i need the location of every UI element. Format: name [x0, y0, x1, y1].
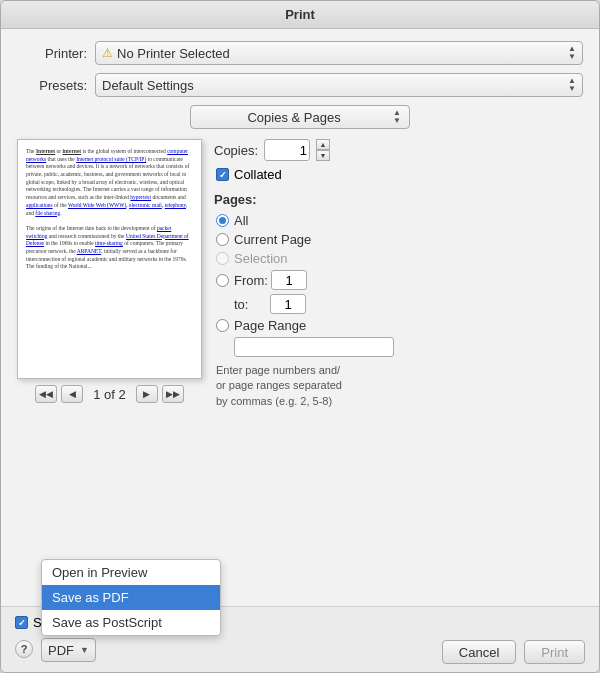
controls-panel: Copies: ▲ ▼ Collated Pages:	[214, 139, 583, 600]
pdf-button[interactable]: PDF ▼	[41, 638, 96, 662]
presets-select[interactable]: Default Settings ▲▼	[95, 73, 583, 97]
section-select-row: Copies & Pages ▲▼	[17, 105, 583, 129]
nav-prev-button[interactable]: ◀	[61, 385, 83, 403]
pdf-container: Open in Preview Save as PDF Save as Post…	[41, 638, 96, 662]
pages-from-label: From:	[234, 273, 266, 288]
printer-select[interactable]: ⚠ No Printer Selected ▲▼	[95, 41, 583, 65]
pages-from-radio[interactable]	[216, 274, 229, 287]
nav-last-button[interactable]: ▶▶	[162, 385, 184, 403]
warning-icon: ⚠	[102, 46, 113, 60]
section-select-text: Copies & Pages	[199, 110, 389, 125]
pages-radio-group: All Current Page Selection	[216, 213, 583, 409]
pages-range-input[interactable]	[234, 337, 394, 357]
pages-range-input-row	[234, 337, 583, 357]
pages-range-label: Page Range	[234, 318, 306, 333]
presets-row: Presets: Default Settings ▲▼	[17, 73, 583, 97]
pages-all-row: All	[216, 213, 583, 228]
pages-all-label: All	[234, 213, 248, 228]
printer-row: Printer: ⚠ No Printer Selected ▲▼	[17, 41, 583, 65]
page-preview: The Internet or internet is the global s…	[17, 139, 202, 379]
pages-selection-label: Selection	[234, 251, 287, 266]
presets-stepper[interactable]: ▲▼	[568, 77, 576, 93]
collated-label: Collated	[234, 167, 282, 182]
copies-stepper[interactable]: ▲ ▼	[316, 139, 330, 161]
pages-to-row: to:	[234, 294, 583, 314]
pages-from-input[interactable]	[271, 270, 307, 290]
dropdown-save-pdf[interactable]: Save as PDF	[42, 585, 220, 610]
action-row: ? Open in Preview Save as PDF Save as Po…	[15, 638, 585, 664]
pages-to-label: to:	[234, 297, 266, 312]
bottom-bar: Show Quick Preview ? Open in Preview Sav…	[1, 606, 599, 672]
nav-controls: ◀◀ ◀ 1 of 2 ▶ ▶▶	[35, 385, 184, 403]
section-select[interactable]: Copies & Pages ▲▼	[190, 105, 410, 129]
copies-decrement[interactable]: ▼	[316, 150, 330, 161]
pages-current-row: Current Page	[216, 232, 583, 247]
pages-range-row: Page Range	[216, 318, 583, 333]
nav-first-button[interactable]: ◀◀	[35, 385, 57, 403]
help-button[interactable]: ?	[15, 640, 33, 658]
page-indicator: 1 of 2	[93, 387, 126, 402]
pdf-arrow-icon: ▼	[80, 645, 89, 655]
printer-stepper[interactable]: ▲▼	[568, 45, 576, 61]
cancel-button[interactable]: Cancel	[442, 640, 516, 664]
pdf-dropdown: Open in Preview Save as PDF Save as Post…	[41, 559, 221, 636]
pages-all-radio[interactable]	[216, 214, 229, 227]
collated-checkbox[interactable]	[216, 168, 229, 181]
title-bar: Print	[1, 1, 599, 29]
copies-input[interactable]	[264, 139, 310, 161]
pages-selection-radio	[216, 252, 229, 265]
pages-current-label: Current Page	[234, 232, 311, 247]
quick-preview-checkbox[interactable]	[15, 616, 28, 629]
pages-heading: Pages:	[214, 192, 583, 207]
pages-current-radio[interactable]	[216, 233, 229, 246]
presets-label: Presets:	[17, 78, 87, 93]
printer-value: No Printer Selected	[117, 46, 564, 61]
dropdown-open-preview[interactable]: Open in Preview	[42, 560, 220, 585]
pages-hint: Enter page numbers and/or page ranges se…	[216, 363, 583, 409]
section-stepper[interactable]: ▲▼	[393, 109, 401, 125]
copies-increment[interactable]: ▲	[316, 139, 330, 150]
nav-next-button[interactable]: ▶	[136, 385, 158, 403]
presets-value: Default Settings	[102, 78, 564, 93]
printer-label: Printer:	[17, 46, 87, 61]
pages-range-radio[interactable]	[216, 319, 229, 332]
preview-content: The Internet or internet is the global s…	[26, 148, 193, 271]
window-title: Print	[285, 7, 315, 22]
action-buttons: Cancel Print	[442, 640, 585, 664]
pdf-label: PDF	[48, 643, 74, 658]
copies-label: Copies:	[214, 143, 258, 158]
pages-selection-row: Selection	[216, 251, 583, 266]
preview-panel: The Internet or internet is the global s…	[17, 139, 202, 600]
print-button[interactable]: Print	[524, 640, 585, 664]
pages-from-row: From:	[216, 270, 583, 290]
copies-row: Copies: ▲ ▼	[214, 139, 583, 161]
collated-row: Collated	[216, 167, 583, 182]
pages-to-input[interactable]	[270, 294, 306, 314]
dropdown-save-postscript[interactable]: Save as PostScript	[42, 610, 220, 635]
